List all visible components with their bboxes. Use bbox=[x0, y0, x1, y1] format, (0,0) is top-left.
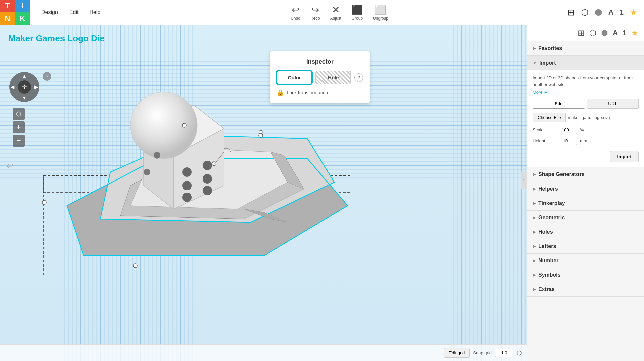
shape-generators-arrow: ▶ bbox=[533, 172, 536, 177]
logo-t: T bbox=[0, 0, 15, 12]
star-button[interactable]: ★ bbox=[631, 28, 639, 38]
favorites-arrow: ▶ bbox=[533, 46, 536, 51]
letter-button[interactable]: A bbox=[613, 29, 618, 37]
lock-icon: 🔒 bbox=[277, 89, 284, 96]
snap-grid-label: Snap grid bbox=[473, 350, 492, 355]
favorites-header[interactable]: ▶ Favorites bbox=[527, 41, 644, 55]
symbols-header[interactable]: ▶ Symbols bbox=[527, 268, 644, 282]
helpers-section: ▶ Helpers bbox=[527, 182, 644, 196]
number-1-icon[interactable]: 1 bbox=[620, 8, 624, 17]
logo-i: I bbox=[15, 0, 30, 12]
svg-point-14 bbox=[182, 167, 192, 177]
compass[interactable]: ▲ ▼ ◀ ▶ ✛ bbox=[9, 72, 39, 102]
zoom-out-button[interactable]: − bbox=[13, 135, 25, 147]
group-button[interactable]: ⬛ Group bbox=[351, 4, 363, 21]
shape-hex-icon[interactable]: ⬢ bbox=[595, 7, 602, 18]
import-more-link[interactable]: More ► bbox=[533, 90, 639, 95]
import-body: Import 2D or 3D shapes from your compute… bbox=[527, 70, 644, 167]
helpers-header[interactable]: ▶ Helpers bbox=[527, 182, 644, 196]
extras-header[interactable]: ▶ Extras bbox=[527, 282, 644, 296]
svg-point-24 bbox=[212, 162, 216, 166]
number-section: ▶ Number bbox=[527, 254, 644, 268]
import-header[interactable]: ▼ Import bbox=[527, 56, 644, 70]
perspective-cube-icon[interactable]: ⬡ bbox=[581, 7, 589, 18]
tinkerplay-label: Tinkerplay bbox=[538, 200, 565, 206]
svg-point-18 bbox=[182, 193, 192, 202]
redo-button[interactable]: ↪ Redo bbox=[310, 4, 320, 21]
zoom-in-button[interactable]: + bbox=[13, 121, 25, 133]
extras-section: ▶ Extras bbox=[527, 282, 644, 297]
svg-point-26 bbox=[133, 264, 137, 268]
number-header[interactable]: ▶ Number bbox=[527, 254, 644, 268]
svg-point-15 bbox=[203, 161, 212, 170]
compass-right[interactable]: ▶ bbox=[34, 84, 38, 90]
svg-point-21 bbox=[144, 169, 150, 175]
scale-input[interactable] bbox=[554, 126, 577, 134]
favorites-section: ▶ Favorites bbox=[527, 41, 644, 56]
grid-view-button[interactable]: ⊞ bbox=[578, 28, 585, 38]
view-controls: ⬡ + − bbox=[13, 108, 25, 147]
letter-a-icon[interactable]: A bbox=[608, 8, 614, 17]
url-tab[interactable]: URL bbox=[587, 99, 639, 109]
geometric-header[interactable]: ▶ Geometric bbox=[527, 211, 644, 225]
adjust-button[interactable]: ✕ Adjust bbox=[330, 4, 341, 21]
svg-point-17 bbox=[203, 174, 212, 184]
undo-button[interactable]: ↩ Undo bbox=[291, 4, 300, 21]
ungroup-button[interactable]: ⬜ Ungroup bbox=[373, 4, 388, 21]
tinkerplay-header[interactable]: ▶ Tinkerplay bbox=[527, 196, 644, 210]
grid-view-icon[interactable]: ⊞ bbox=[567, 7, 575, 18]
redo-icon: ↪ bbox=[311, 4, 319, 15]
edit-grid-button[interactable]: Edit grid bbox=[444, 348, 470, 358]
ungroup-icon: ⬜ bbox=[375, 4, 386, 15]
svg-point-23 bbox=[182, 123, 186, 127]
tinkerplay-arrow: ▶ bbox=[533, 201, 536, 206]
shape-generators-header[interactable]: ▶ Shape Generators bbox=[527, 167, 644, 182]
number-label: Number bbox=[538, 258, 558, 264]
hex-shape-button[interactable]: ⬢ bbox=[601, 28, 608, 38]
compass-left[interactable]: ◀ bbox=[11, 84, 14, 90]
inspector-title: Inspector bbox=[277, 58, 363, 65]
file-name-display: maker-gam...logo.svg bbox=[568, 115, 610, 120]
number-button[interactable]: 1 bbox=[623, 29, 627, 37]
number-arrow: ▶ bbox=[533, 258, 536, 263]
height-unit: mm bbox=[580, 138, 587, 143]
svg-point-22 bbox=[42, 200, 46, 204]
view-home-button[interactable]: ⬡ bbox=[13, 108, 25, 120]
holes-header[interactable]: ▶ Holes bbox=[527, 225, 644, 239]
snap-spinner[interactable]: ⬡ bbox=[517, 349, 522, 357]
hole-button[interactable]: Hole bbox=[315, 71, 351, 84]
letters-header[interactable]: ▶ Letters bbox=[527, 239, 644, 253]
adjust-icon: ✕ bbox=[332, 4, 340, 15]
nav-help[interactable]: Help bbox=[85, 7, 105, 18]
compass-down[interactable]: ▼ bbox=[22, 95, 27, 101]
lock-label: Lock transformation bbox=[287, 90, 328, 95]
undo-icon: ↩ bbox=[292, 4, 299, 15]
canvas-bottom-bar: Edit grid Snap grid ⬡ bbox=[0, 344, 527, 361]
height-input[interactable] bbox=[554, 137, 577, 145]
star-icon[interactable]: ★ bbox=[630, 7, 637, 18]
color-button[interactable]: Color bbox=[277, 71, 312, 84]
shape-generators-section: ▶ Shape Generators bbox=[527, 167, 644, 182]
compass-center[interactable]: ✛ bbox=[18, 80, 31, 94]
project-title[interactable]: Maker Games Logo Die bbox=[8, 33, 105, 44]
3d-model bbox=[0, 25, 527, 361]
canvas-area[interactable]: Maker Games Logo Die ▲ ▼ ◀ ▶ ✛ ? ⬡ + − ↩ bbox=[0, 25, 527, 361]
nav-design[interactable]: Design bbox=[37, 7, 63, 18]
compass-help[interactable]: ? bbox=[43, 72, 51, 81]
choose-file-button[interactable]: Choose File bbox=[533, 113, 566, 122]
snap-value-input[interactable] bbox=[495, 349, 513, 357]
compass-up[interactable]: ▲ bbox=[22, 73, 27, 79]
symbols-arrow: ▶ bbox=[533, 273, 536, 277]
logo-k: K bbox=[15, 12, 30, 25]
file-row: Choose File maker-gam...logo.svg bbox=[533, 113, 639, 122]
svg-point-16 bbox=[182, 181, 192, 190]
import-button[interactable]: Import bbox=[610, 151, 639, 162]
inspector-help-button[interactable]: ? bbox=[354, 73, 363, 82]
cube-view-button[interactable]: ⬡ bbox=[589, 28, 596, 38]
nav-edit[interactable]: Edit bbox=[65, 7, 83, 18]
file-tab[interactable]: File bbox=[533, 99, 585, 109]
holes-arrow: ▶ bbox=[533, 230, 536, 234]
tinkercad-logo[interactable]: T I N K bbox=[0, 0, 30, 25]
sidebar-collapse-handle[interactable]: › bbox=[521, 172, 527, 189]
right-panel: ⊞ ⬡ ⬢ A 1 ★ ▶ Favorites ▼ Import Import … bbox=[527, 25, 644, 361]
